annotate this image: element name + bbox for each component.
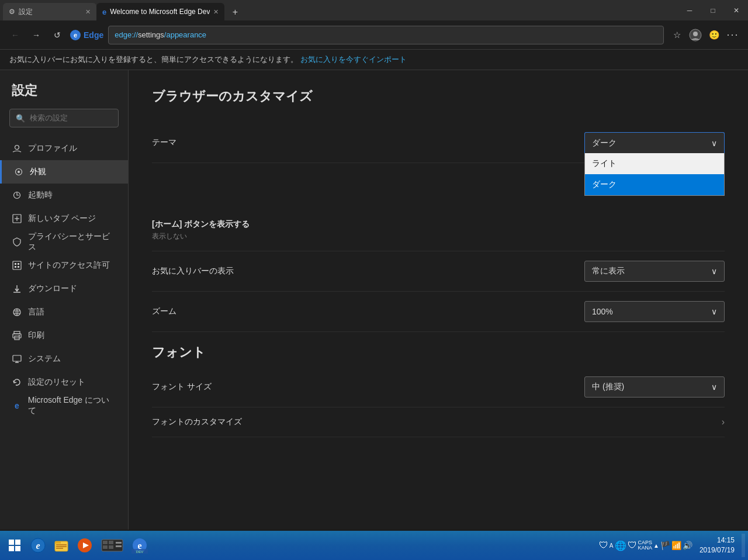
ie-icon: e <box>30 537 46 554</box>
taskbar-clock[interactable]: 14:15 2019/07/19 <box>695 535 739 555</box>
sidebar-item-newtab[interactable]: 新しいタブ ページ <box>0 207 128 230</box>
sidebar-title: 設定 <box>0 82 128 109</box>
sidebar-item-privacy[interactable]: プライバシーとサービス <box>0 230 128 254</box>
edge-icon: e <box>70 30 81 40</box>
system-nav-icon <box>12 354 22 364</box>
font-size-value: 中 (推奨) <box>592 382 624 392</box>
theme-option-dark[interactable]: ダーク <box>585 174 724 195</box>
import-link[interactable]: お気に入りを今すぐインポート <box>300 55 407 64</box>
sidebar-language-label: 言語 <box>28 307 44 317</box>
title-bar: ⚙ 設定 ✕ e Welcome to Microsoft Edge Dev ✕… <box>0 0 748 20</box>
home-button-label-group: [ホーム] ボタンを表示する 表示しない <box>152 219 250 241</box>
settings-tab-close[interactable]: ✕ <box>85 8 91 16</box>
svg-rect-10 <box>15 263 16 265</box>
zoom-setting-row: ズーム 100% ∨ <box>152 292 725 332</box>
svg-rect-13 <box>18 266 19 268</box>
taskbar-settings-icon[interactable] <box>98 534 127 557</box>
emoji-icon[interactable]: 🙂 <box>706 27 722 43</box>
svg-rect-45 <box>116 545 122 547</box>
sidebar-about-label: Microsoft Edge について <box>28 395 116 416</box>
svg-rect-33 <box>55 541 61 544</box>
svg-point-1 <box>693 32 698 36</box>
appearance-nav-icon <box>13 167 24 177</box>
theme-dark-label: ダーク <box>592 179 617 190</box>
theme-dropdown-container: ダーク ∨ ライト ダーク <box>584 132 725 153</box>
address-bar: ← → ↺ e Edge edge://settings/appearance … <box>0 20 748 50</box>
browser-content: 設定 🔍 検索の設定 プロファイル 外観 起動時 <box>0 70 748 530</box>
show-desktop-button[interactable] <box>742 534 745 557</box>
sidebar-system-label: システム <box>28 354 61 364</box>
taskbar-media-icon[interactable] <box>74 534 95 557</box>
font-section-title: フォント <box>152 344 725 361</box>
forward-button[interactable]: → <box>28 27 44 43</box>
sidebar-profile-label: プロファイル <box>28 143 77 154</box>
sidebar-item-reset[interactable]: 設定のリセット <box>0 371 128 394</box>
tray-icon-1: A <box>610 542 614 549</box>
sidebar-item-siteaccess[interactable]: サイトのアクセス許可 <box>0 254 128 277</box>
profile-icon[interactable] <box>687 27 704 43</box>
theme-value: ダーク <box>592 138 617 148</box>
flag-icon: 🏴 <box>660 541 670 550</box>
svg-rect-12 <box>15 266 16 268</box>
theme-dropdown[interactable]: ダーク ∨ <box>584 132 725 153</box>
taskbar-explorer-icon[interactable] <box>51 534 72 557</box>
edge-dev-icon: e DEV <box>131 537 148 554</box>
newtab-nav-icon <box>12 213 22 224</box>
close-button[interactable]: ✕ <box>725 0 748 20</box>
new-tab-button[interactable]: + <box>227 4 243 20</box>
sidebar-startup-label: 起動時 <box>28 190 53 201</box>
search-box[interactable]: 🔍 検索の設定 <box>9 109 119 127</box>
sidebar-siteaccess-label: サイトのアクセス許可 <box>28 260 110 271</box>
sidebar-newtab-label: 新しいタブ ページ <box>28 213 96 224</box>
file-explorer-icon <box>53 537 70 554</box>
edge-welcome-tab-close[interactable]: ✕ <box>213 8 219 16</box>
sidebar-item-startup[interactable]: 起動時 <box>0 184 128 207</box>
profile-nav-icon <box>12 143 22 154</box>
svg-rect-26 <box>9 540 14 545</box>
maximize-button[interactable]: □ <box>701 0 725 20</box>
theme-option-light[interactable]: ライト <box>585 153 724 174</box>
sidebar-item-print[interactable]: 印刷 <box>0 324 128 347</box>
sidebar-item-about[interactable]: e Microsoft Edge について <box>0 394 128 417</box>
edge-welcome-tab[interactable]: e Welcome to Microsoft Edge Dev ✕ <box>96 3 224 20</box>
tray-icon-2: 🌐 <box>615 540 626 551</box>
tab-group: ⚙ 設定 ✕ e Welcome to Microsoft Edge Dev ✕… <box>0 0 678 20</box>
font-customize-label: フォントのカスタマイズ <box>152 417 242 427</box>
favorites-icon[interactable]: ☆ <box>669 27 685 43</box>
sidebar-item-language[interactable]: 言語 <box>0 300 128 324</box>
settings-tab[interactable]: ⚙ 設定 ✕ <box>3 3 96 20</box>
sidebar-item-profile[interactable]: プロファイル <box>0 137 128 160</box>
sidebar-item-system[interactable]: システム <box>0 347 128 371</box>
start-button[interactable] <box>3 534 26 557</box>
system-tray: 🛡 A 🌐 🛡 CAPSKANA ▲ 🏴 📶 🔊 <box>599 540 692 551</box>
favorites-chevron-down-icon: ∨ <box>711 267 717 276</box>
zoom-chevron-down-icon: ∨ <box>711 307 717 316</box>
favorites-bar-dropdown[interactable]: 常に表示 ∨ <box>584 261 725 282</box>
sidebar-item-appearance[interactable]: 外観 <box>0 160 128 184</box>
font-size-chevron-down-icon: ∨ <box>711 382 717 392</box>
taskbar-ie-icon[interactable]: e <box>27 534 49 557</box>
back-button[interactable]: ← <box>7 27 23 43</box>
font-size-dropdown[interactable]: 中 (推奨) ∨ <box>584 376 725 397</box>
svg-rect-11 <box>18 263 19 265</box>
taskbar-edge-dev-icon[interactable]: e DEV <box>129 534 150 557</box>
sidebar-appearance-label: 外観 <box>30 167 46 177</box>
home-button-sublabel: 表示しない <box>152 231 250 241</box>
expand-tray-icon[interactable]: ▲ <box>653 542 659 549</box>
sidebar-item-downloads[interactable]: ダウンロード <box>0 277 128 300</box>
font-customize-row[interactable]: フォントのカスタマイズ › <box>152 407 725 437</box>
svg-rect-28 <box>9 546 14 551</box>
refresh-button[interactable]: ↺ <box>49 27 65 43</box>
search-icon: 🔍 <box>16 114 25 123</box>
zoom-dropdown[interactable]: 100% ∨ <box>584 301 725 322</box>
url-bar[interactable]: edge://settings/appearance <box>108 26 664 44</box>
menu-icon[interactable]: ··· <box>725 27 741 43</box>
minimize-button[interactable]: ─ <box>678 0 701 20</box>
edge-tab-icon: e <box>102 8 106 16</box>
font-size-label: フォント サイズ <box>152 382 212 392</box>
privacy-nav-icon <box>12 237 22 247</box>
svg-point-2 <box>15 146 19 150</box>
sidebar-print-label: 印刷 <box>28 330 44 341</box>
svg-point-22 <box>19 335 20 336</box>
info-text: お気に入りバーにお気に入りを登録すると、簡単にアクセスできるようになります。 <box>9 55 298 64</box>
